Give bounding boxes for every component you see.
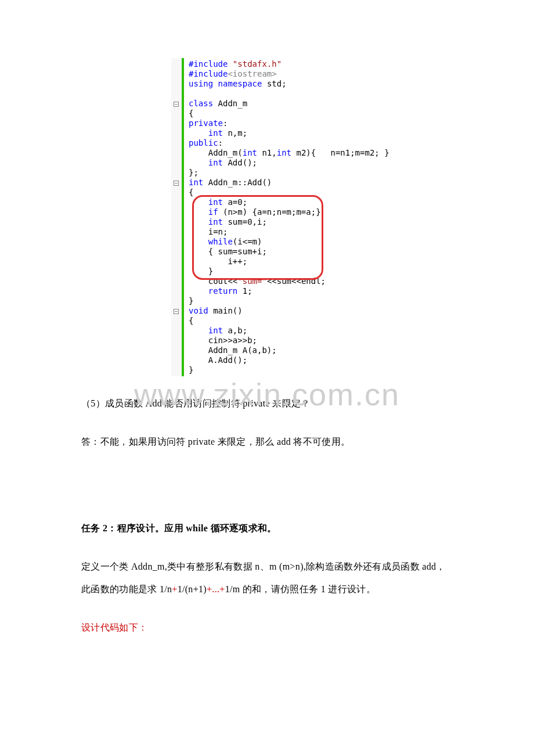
- code-block: #include "stdafx.h" #include<iostream> u…: [171, 58, 380, 376]
- answer-5: 答：不能，如果用访问符 private 来限定，那么 add 将不可使用。: [81, 431, 453, 453]
- design-code-label: 设计代码如下：: [81, 617, 453, 639]
- fold-icon: [174, 309, 179, 314]
- text-red: +: [172, 584, 177, 594]
- task-2-heading: 任务 2：程序设计。应用 while 循环逐项求和。: [81, 517, 453, 539]
- fold-icon: [174, 181, 179, 186]
- text: 1/m 的和，请仿照任务 1 进行设计。: [225, 584, 376, 594]
- text-red: +...+: [207, 584, 225, 594]
- task-2-body: 定义一个类 Addn_m,类中有整形私有数据 n、m (m>n),除构造函数外还…: [81, 556, 453, 600]
- highlight-annotation: [192, 195, 323, 280]
- text: 1/(n+1): [178, 584, 207, 594]
- document-page: #include "stdafx.h" #include<iostream> u…: [0, 0, 534, 674]
- code-change-bar: [182, 58, 184, 376]
- fold-icon: [174, 102, 179, 107]
- question-5: （5）成员函数 Add 能否用访问控制符 private 来限定？: [81, 393, 453, 415]
